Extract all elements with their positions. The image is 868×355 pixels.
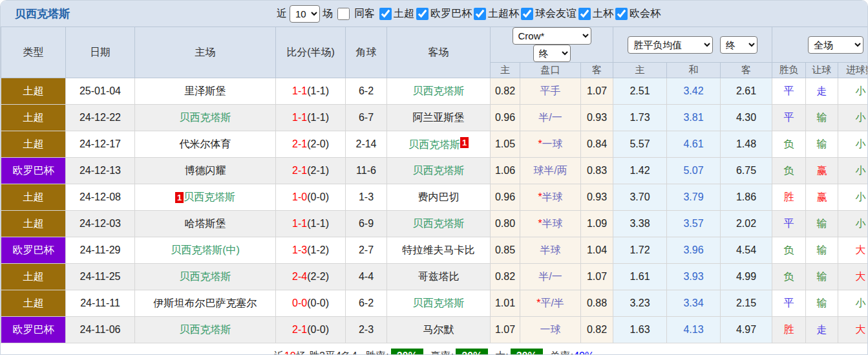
- cell-odds-away: 2.61: [721, 78, 772, 105]
- cell-corner: 6-2: [346, 290, 387, 317]
- cell-result: 平: [772, 290, 806, 317]
- league-checkbox-土超[interactable]: [379, 8, 392, 20]
- same-venue-checkbox[interactable]: [337, 8, 350, 20]
- cell-odds-away: 4.54: [721, 237, 772, 264]
- cell-odds-away: 1.48: [721, 131, 772, 158]
- cell-odds-away: 2.15: [721, 290, 772, 317]
- cell-odds-away: 2.02: [721, 211, 772, 237]
- cell-goals-result: 小: [838, 211, 867, 237]
- table-row: 土超 24-12-22 贝西克塔斯 1-1(1-1) 6-7 阿兰亚斯堡 0.9…: [1, 105, 868, 131]
- cell-home-team: 哈塔斯堡: [135, 211, 276, 237]
- team-name: 贝西克塔斯: [413, 85, 465, 96]
- odds-average-select[interactable]: 胜平负均值: [628, 36, 713, 54]
- cell-score: 1-1(1-1): [276, 211, 346, 237]
- red-card-badge: 1: [460, 137, 469, 148]
- cell-date: 24-12-17: [66, 131, 135, 158]
- win-rate-badge: 20%: [391, 349, 423, 355]
- cell-home-team: 贝西克塔斯: [135, 264, 276, 290]
- cell-handicap-home-odds: 0.85: [491, 237, 520, 264]
- cell-handicap-away-odds: 0.93: [581, 184, 613, 211]
- cell-corner: 2-14: [346, 131, 387, 158]
- cell-goals-result: 小: [838, 184, 867, 211]
- cell-odds-home: 1.72: [613, 237, 667, 264]
- cell-league-type: 土超: [1, 211, 66, 237]
- subcol-handicap-away: 客: [581, 63, 613, 78]
- cell-corner: 11-6: [346, 158, 387, 184]
- cell-away-team: 阿兰亚斯堡: [387, 105, 491, 131]
- cell-handicap-away-odds: 1.07: [581, 264, 613, 290]
- cell-result: 胜: [772, 184, 806, 211]
- cell-odds-draw: 4.13: [667, 317, 721, 343]
- cell-let-ball-result: 走: [806, 317, 838, 343]
- handicap-select-cell: Crow* 终: [491, 27, 613, 63]
- cell-handicap-home-odds: 0.82: [491, 264, 520, 290]
- cell-away-team: 马尔默: [387, 317, 491, 343]
- league-checkbox-土超杯[interactable]: [474, 8, 486, 20]
- odds-state-select[interactable]: 终: [720, 36, 757, 54]
- cell-goals-result: 小: [838, 105, 867, 131]
- cell-league-type: 欧罗巴杯: [1, 317, 66, 343]
- bookmaker-select[interactable]: Crow*: [513, 27, 591, 45]
- table-row: 土超 24-11-25 贝西克塔斯 2-4(2-2) 4-4 哥兹塔比 0.82…: [1, 264, 868, 290]
- fulltime-score: 1-3: [292, 244, 307, 255]
- cell-handicap-away-odds: 1.07: [581, 78, 613, 105]
- table-row: 欧罗巴杯 24-12-13 博德闪耀 2-1(2-1) 11-6 贝西克塔斯 1…: [1, 158, 868, 184]
- team-name: 贝西克塔斯(中): [171, 244, 240, 255]
- odds-select-cell: 胜平负均值 终: [613, 27, 772, 63]
- league-checkbox-球会友谊[interactable]: [521, 8, 533, 20]
- league-checkbox-欧罗巴杯[interactable]: [416, 8, 429, 20]
- team-name: 贝西克塔斯: [413, 297, 465, 308]
- team-name: 特拉维夫马卡比: [403, 244, 475, 255]
- cell-league-type: 土超: [1, 105, 66, 131]
- cell-handicap-line: *一球: [520, 131, 581, 158]
- team-name: 费内巴切: [418, 191, 460, 202]
- cell-odds-draw: 3.57: [667, 211, 721, 237]
- cell-home-team: 贝西克塔斯(中): [135, 237, 276, 264]
- cell-date: 24-12-13: [66, 158, 135, 184]
- cell-handicap-line: *半球: [520, 211, 581, 237]
- cell-goals-result: 大: [838, 237, 867, 264]
- cell-result: 平: [772, 78, 806, 105]
- halftime-score: (0-0): [307, 297, 329, 308]
- cell-date: 24-11-11: [66, 290, 135, 317]
- cell-handicap-home-odds: 0.96: [491, 105, 520, 131]
- big-rate-badge: 30%: [511, 349, 543, 355]
- cell-home-team: 贝西克塔斯: [135, 317, 276, 343]
- cell-handicap-home-odds: 1.06: [491, 158, 520, 184]
- fulltime-score: 1-1: [292, 112, 307, 123]
- cell-handicap-home-odds: 1.01: [491, 290, 520, 317]
- cell-league-type: 土超: [1, 264, 66, 290]
- cell-odds-draw: 3.81: [667, 105, 721, 131]
- cell-handicap-away-odds: 0.93: [581, 105, 613, 131]
- cell-corner: 6-7: [346, 105, 387, 131]
- cell-score: 2-4(2-2): [276, 264, 346, 290]
- cell-odds-away: 1.86: [721, 184, 772, 211]
- cell-handicap-line: *半球: [520, 184, 581, 211]
- team-name: 贝西克塔斯: [184, 191, 235, 202]
- fulltime-score: 2-1: [292, 324, 307, 335]
- table-row: 土超 24-12-17 代米尔体育 2-1(2-0) 2-14 贝西克塔斯1 1…: [1, 131, 868, 158]
- league-checkbox-土杯[interactable]: [578, 8, 591, 20]
- footer-recent-count: 10: [284, 350, 296, 355]
- cell-result: 负: [772, 237, 806, 264]
- cell-odds-home: 1.61: [613, 264, 667, 290]
- footer-recent-label: 近: [274, 350, 284, 355]
- recent-count-select[interactable]: 10: [290, 5, 320, 23]
- scope-select[interactable]: 全场: [808, 36, 863, 54]
- cell-league-type: 欧罗巴杯: [1, 237, 66, 264]
- cell-goals-result: 小: [838, 158, 867, 184]
- cell-let-ball-result: 输: [806, 290, 838, 317]
- cell-handicap-home-odds: 1.05: [491, 131, 520, 158]
- league-label: 欧会杯: [630, 8, 661, 19]
- footer-profit-rate-label: 赢率:: [430, 350, 454, 355]
- cell-odds-home: 1.73: [613, 105, 667, 131]
- subcol-let-ball: 让球: [806, 63, 838, 78]
- fulltime-score: 0-0: [292, 297, 307, 308]
- cell-away-team: 贝西克塔斯: [387, 78, 491, 105]
- cell-home-team: 博德闪耀: [135, 158, 276, 184]
- league-checkbox-欧会杯[interactable]: [615, 8, 628, 20]
- bookmaker-state-select[interactable]: 终: [533, 45, 571, 62]
- fulltime-score: 1-1: [292, 85, 307, 96]
- cell-goals-result: 小: [838, 131, 867, 158]
- cell-handicap-line: 球半/两: [520, 158, 581, 184]
